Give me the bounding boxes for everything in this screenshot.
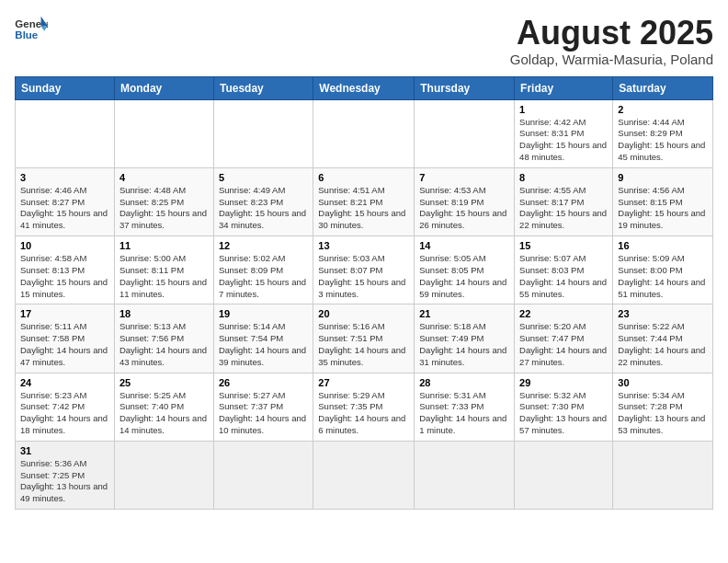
- day-number: 12: [219, 240, 308, 251]
- calendar-cell: 2Sunrise: 4:44 AM Sunset: 8:29 PM Daylig…: [613, 99, 713, 167]
- day-info: Sunrise: 5:22 AM Sunset: 7:44 PM Dayligh…: [618, 321, 708, 368]
- location: Goldap, Warmia-Masuria, Poland: [510, 52, 713, 67]
- day-number: 7: [419, 172, 509, 183]
- day-info: Sunrise: 5:09 AM Sunset: 8:00 PM Dayligh…: [618, 253, 708, 300]
- calendar-cell: [313, 441, 415, 509]
- day-info: Sunrise: 5:07 AM Sunset: 8:03 PM Dayligh…: [519, 253, 608, 300]
- day-number: 8: [519, 172, 608, 183]
- day-info: Sunrise: 5:23 AM Sunset: 7:42 PM Dayligh…: [20, 390, 109, 437]
- calendar-cell: [16, 99, 115, 167]
- day-number: 4: [119, 172, 209, 183]
- calendar-cell: 20Sunrise: 5:16 AM Sunset: 7:51 PM Dayli…: [313, 304, 415, 373]
- day-info: Sunrise: 4:55 AM Sunset: 8:17 PM Dayligh…: [519, 185, 608, 232]
- day-info: Sunrise: 4:42 AM Sunset: 8:31 PM Dayligh…: [519, 117, 608, 164]
- day-info: Sunrise: 4:49 AM Sunset: 8:23 PM Dayligh…: [219, 185, 308, 232]
- logo: General Blue: [15, 15, 48, 42]
- month-title: August 2025: [510, 15, 713, 52]
- day-number: 30: [618, 377, 708, 388]
- day-info: Sunrise: 5:18 AM Sunset: 7:49 PM Dayligh…: [419, 321, 509, 368]
- logo-icon: General Blue: [15, 15, 48, 42]
- day-info: Sunrise: 5:16 AM Sunset: 7:51 PM Dayligh…: [318, 321, 409, 368]
- calendar-cell: 14Sunrise: 5:05 AM Sunset: 8:05 PM Dayli…: [415, 236, 515, 304]
- calendar-cell: 25Sunrise: 5:25 AM Sunset: 7:40 PM Dayli…: [114, 373, 213, 441]
- calendar-table: SundayMondayTuesdayWednesdayThursdayFrid…: [15, 76, 713, 511]
- day-number: 1: [519, 104, 608, 115]
- calendar-cell: 8Sunrise: 4:55 AM Sunset: 8:17 PM Daylig…: [515, 167, 613, 236]
- calendar-cell: 26Sunrise: 5:27 AM Sunset: 7:37 PM Dayli…: [213, 373, 313, 441]
- calendar-cell: [114, 99, 213, 167]
- day-info: Sunrise: 5:27 AM Sunset: 7:37 PM Dayligh…: [219, 390, 308, 437]
- calendar-cell: 19Sunrise: 5:14 AM Sunset: 7:54 PM Dayli…: [213, 304, 313, 373]
- day-number: 3: [20, 172, 109, 183]
- calendar-cell: [313, 99, 415, 167]
- day-info: Sunrise: 5:20 AM Sunset: 7:47 PM Dayligh…: [519, 321, 608, 368]
- calendar-header-row: SundayMondayTuesdayWednesdayThursdayFrid…: [16, 76, 713, 99]
- day-info: Sunrise: 5:11 AM Sunset: 7:58 PM Dayligh…: [20, 321, 109, 368]
- calendar-cell: [415, 99, 515, 167]
- calendar-cell: 31Sunrise: 5:36 AM Sunset: 7:25 PM Dayli…: [16, 441, 115, 509]
- day-info: Sunrise: 5:31 AM Sunset: 7:33 PM Dayligh…: [419, 390, 509, 437]
- calendar-cell: 15Sunrise: 5:07 AM Sunset: 8:03 PM Dayli…: [515, 236, 613, 304]
- day-number: 13: [318, 240, 409, 251]
- calendar-cell: 1Sunrise: 4:42 AM Sunset: 8:31 PM Daylig…: [515, 99, 613, 167]
- day-number: 15: [519, 240, 608, 251]
- day-number: 31: [20, 445, 109, 456]
- calendar-cell: 30Sunrise: 5:34 AM Sunset: 7:28 PM Dayli…: [613, 373, 713, 441]
- day-number: 26: [219, 377, 308, 388]
- column-header-wednesday: Wednesday: [313, 76, 415, 99]
- calendar-cell: [415, 441, 515, 509]
- calendar-cell: 23Sunrise: 5:22 AM Sunset: 7:44 PM Dayli…: [613, 304, 713, 373]
- day-info: Sunrise: 4:44 AM Sunset: 8:29 PM Dayligh…: [618, 117, 708, 164]
- calendar-cell: 21Sunrise: 5:18 AM Sunset: 7:49 PM Dayli…: [415, 304, 515, 373]
- day-number: 28: [419, 377, 509, 388]
- calendar-cell: 24Sunrise: 5:23 AM Sunset: 7:42 PM Dayli…: [16, 373, 115, 441]
- day-number: 21: [419, 308, 509, 319]
- calendar-cell: 9Sunrise: 4:56 AM Sunset: 8:15 PM Daylig…: [613, 167, 713, 236]
- column-header-friday: Friday: [515, 76, 613, 99]
- calendar-cell: 7Sunrise: 4:53 AM Sunset: 8:19 PM Daylig…: [415, 167, 515, 236]
- day-number: 29: [519, 377, 608, 388]
- day-info: Sunrise: 5:32 AM Sunset: 7:30 PM Dayligh…: [519, 390, 608, 437]
- day-info: Sunrise: 4:53 AM Sunset: 8:19 PM Dayligh…: [419, 185, 509, 232]
- column-header-monday: Monday: [114, 76, 213, 99]
- title-block: August 2025 Goldap, Warmia-Masuria, Pola…: [510, 15, 713, 67]
- day-info: Sunrise: 4:58 AM Sunset: 8:13 PM Dayligh…: [20, 253, 109, 300]
- calendar-cell: 11Sunrise: 5:00 AM Sunset: 8:11 PM Dayli…: [114, 236, 213, 304]
- day-number: 10: [20, 240, 109, 251]
- day-info: Sunrise: 4:56 AM Sunset: 8:15 PM Dayligh…: [618, 185, 708, 232]
- calendar-cell: 28Sunrise: 5:31 AM Sunset: 7:33 PM Dayli…: [415, 373, 515, 441]
- day-number: 14: [419, 240, 509, 251]
- column-header-saturday: Saturday: [613, 76, 713, 99]
- day-info: Sunrise: 5:03 AM Sunset: 8:07 PM Dayligh…: [318, 253, 409, 300]
- day-number: 9: [618, 172, 708, 183]
- day-number: 2: [618, 104, 708, 115]
- day-number: 5: [219, 172, 308, 183]
- day-info: Sunrise: 5:14 AM Sunset: 7:54 PM Dayligh…: [219, 321, 308, 368]
- day-number: 24: [20, 377, 109, 388]
- calendar-cell: 6Sunrise: 4:51 AM Sunset: 8:21 PM Daylig…: [313, 167, 415, 236]
- day-number: 19: [219, 308, 308, 319]
- calendar-cell: 3Sunrise: 4:46 AM Sunset: 8:27 PM Daylig…: [16, 167, 115, 236]
- day-number: 6: [318, 172, 409, 183]
- calendar-cell: [515, 441, 613, 509]
- day-info: Sunrise: 5:29 AM Sunset: 7:35 PM Dayligh…: [318, 390, 409, 437]
- day-info: Sunrise: 5:36 AM Sunset: 7:25 PM Dayligh…: [20, 458, 109, 505]
- svg-text:Blue: Blue: [15, 29, 38, 40]
- calendar-week-5: 24Sunrise: 5:23 AM Sunset: 7:42 PM Dayli…: [16, 373, 713, 441]
- day-info: Sunrise: 4:48 AM Sunset: 8:25 PM Dayligh…: [119, 185, 209, 232]
- calendar-cell: 12Sunrise: 5:02 AM Sunset: 8:09 PM Dayli…: [213, 236, 313, 304]
- calendar-cell: 18Sunrise: 5:13 AM Sunset: 7:56 PM Dayli…: [114, 304, 213, 373]
- day-info: Sunrise: 4:51 AM Sunset: 8:21 PM Dayligh…: [318, 185, 409, 232]
- calendar-cell: 29Sunrise: 5:32 AM Sunset: 7:30 PM Dayli…: [515, 373, 613, 441]
- calendar-cell: 13Sunrise: 5:03 AM Sunset: 8:07 PM Dayli…: [313, 236, 415, 304]
- calendar-cell: [213, 441, 313, 509]
- day-number: 22: [519, 308, 608, 319]
- calendar-cell: [613, 441, 713, 509]
- day-info: Sunrise: 5:34 AM Sunset: 7:28 PM Dayligh…: [618, 390, 708, 437]
- column-header-thursday: Thursday: [415, 76, 515, 99]
- day-number: 11: [119, 240, 209, 251]
- calendar-week-3: 10Sunrise: 4:58 AM Sunset: 8:13 PM Dayli…: [16, 236, 713, 304]
- day-number: 18: [119, 308, 209, 319]
- calendar-week-4: 17Sunrise: 5:11 AM Sunset: 7:58 PM Dayli…: [16, 304, 713, 373]
- calendar-cell: 10Sunrise: 4:58 AM Sunset: 8:13 PM Dayli…: [16, 236, 115, 304]
